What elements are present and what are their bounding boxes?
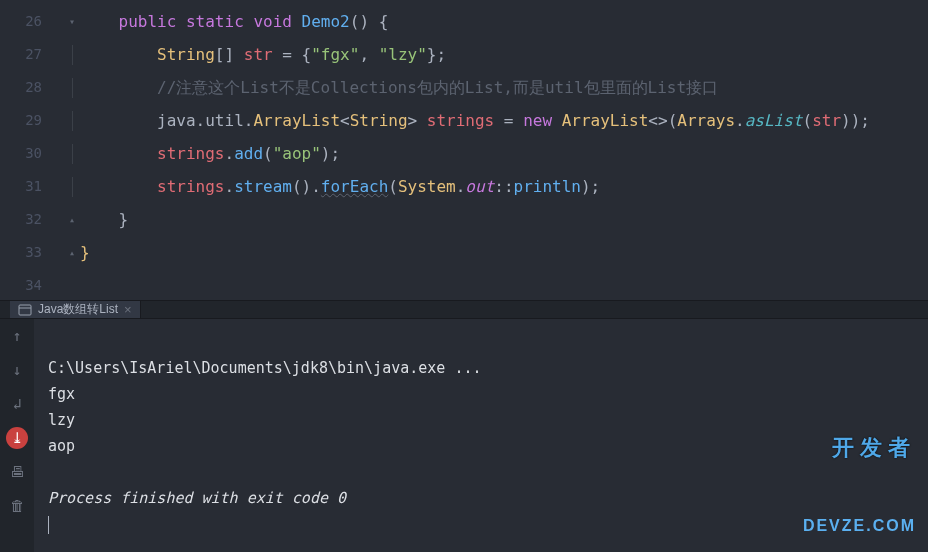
svg-rect-0 <box>19 305 31 315</box>
line-number: 33 <box>0 236 64 269</box>
fold-marker[interactable] <box>64 104 80 137</box>
line-number: 32 <box>0 203 64 236</box>
code-line[interactable]: } <box>80 236 928 269</box>
code-editor[interactable]: 262728293031323334 ▾▴▴ public static voi… <box>0 0 928 300</box>
fold-marker[interactable]: ▴ <box>64 236 80 269</box>
line-number: 29 <box>0 104 64 137</box>
line-number: 34 <box>0 269 64 302</box>
print-button[interactable]: 🖶 <box>6 461 28 483</box>
run-tab[interactable]: Java数组转List × <box>10 301 141 318</box>
fold-marker[interactable]: ▴ <box>64 203 80 236</box>
line-number: 30 <box>0 137 64 170</box>
run-panel: Java数组转List × ↑ ↓ ↲ ⤓ 🖶 🗑 C:\Users\IsAri… <box>0 300 928 552</box>
fold-marker[interactable] <box>64 38 80 71</box>
line-number: 31 <box>0 170 64 203</box>
fold-marker[interactable]: ▾ <box>64 5 80 38</box>
scroll-up-button[interactable]: ↑ <box>6 325 28 347</box>
code-line[interactable]: String[] str = {"fgx", "lzy"}; <box>80 38 928 71</box>
console-exit-message: Process finished with exit code 0 <box>48 489 346 507</box>
code-line[interactable]: strings.add("aop"); <box>80 137 928 170</box>
console-line: lzy <box>48 411 75 429</box>
console-command: C:\Users\IsAriel\Documents\jdk8\bin\java… <box>48 359 481 377</box>
watermark: 开发者 DEVZE.COM <box>803 383 916 552</box>
console-line: aop <box>48 437 75 455</box>
code-content[interactable]: public static void Demo2() { String[] st… <box>80 0 928 300</box>
console-line: fgx <box>48 385 75 403</box>
line-number: 28 <box>0 71 64 104</box>
download-button[interactable]: ⤓ <box>6 427 28 449</box>
run-config-icon <box>18 303 32 317</box>
console-output[interactable]: C:\Users\IsAriel\Documents\jdk8\bin\java… <box>34 319 928 552</box>
soft-wrap-button[interactable]: ↲ <box>6 393 28 415</box>
line-number: 27 <box>0 38 64 71</box>
fold-marker[interactable] <box>64 71 80 104</box>
code-line[interactable]: java.util.ArrayList<String> strings = ne… <box>80 104 928 137</box>
code-line[interactable]: //注意这个List不是Collections包内的List,而是util包里面… <box>80 71 928 104</box>
line-number-gutter: 262728293031323334 <box>0 0 64 300</box>
fold-marker[interactable] <box>64 170 80 203</box>
line-number: 26 <box>0 5 64 38</box>
run-tabs-row: Java数组转List × <box>0 301 928 319</box>
fold-marker[interactable] <box>64 137 80 170</box>
trash-button[interactable]: 🗑 <box>6 495 28 517</box>
code-line[interactable]: } <box>80 203 928 236</box>
code-line[interactable]: strings.stream().forEach(System.out::pri… <box>80 170 928 203</box>
console-cursor <box>48 516 49 534</box>
fold-column: ▾▴▴ <box>64 0 80 300</box>
run-tab-label: Java数组转List <box>38 301 118 318</box>
close-icon[interactable]: × <box>124 302 132 317</box>
code-line[interactable]: public static void Demo2() { <box>80 5 928 38</box>
fold-marker[interactable] <box>64 269 80 302</box>
code-line[interactable] <box>80 269 928 302</box>
run-tool-column: ↑ ↓ ↲ ⤓ 🖶 🗑 <box>0 319 34 552</box>
scroll-down-button[interactable]: ↓ <box>6 359 28 381</box>
